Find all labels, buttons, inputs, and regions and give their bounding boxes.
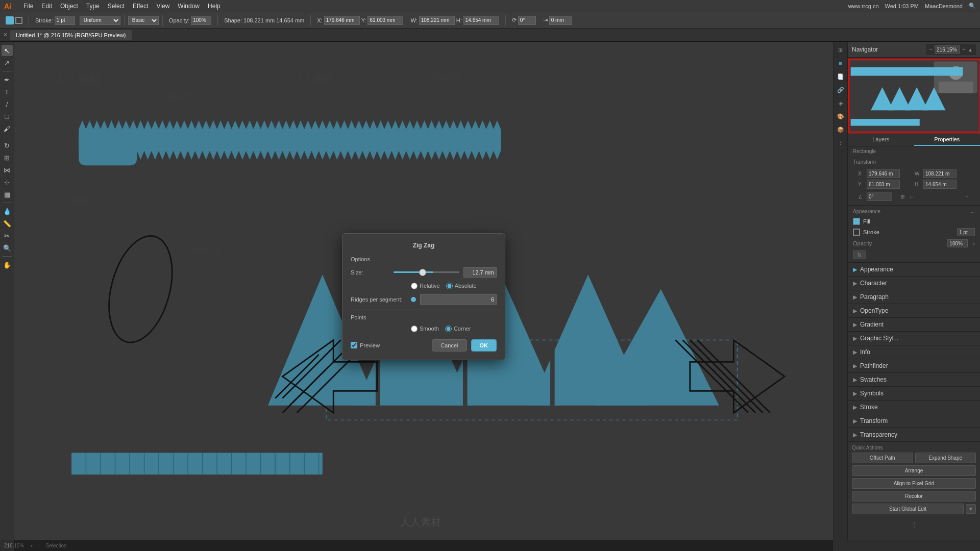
scale-tool[interactable]: ⊞ xyxy=(2,152,13,163)
opacity-expand-icon[interactable]: › xyxy=(973,240,975,246)
ok-button[interactable]: OK xyxy=(471,339,497,352)
menu-select[interactable]: Select xyxy=(108,3,125,10)
close-tab-icon[interactable]: ✕ xyxy=(3,32,8,38)
zoom-reset-icon[interactable]: ▲ xyxy=(968,47,973,53)
rect-tool[interactable]: □ xyxy=(2,111,13,122)
fill-swatch[interactable] xyxy=(853,218,860,225)
blend-tool[interactable]: ⋈ xyxy=(2,164,13,176)
w-input[interactable] xyxy=(419,16,455,25)
opacity-input[interactable] xyxy=(191,16,211,25)
y-transform-input[interactable] xyxy=(867,180,900,189)
libraries-nav-icon[interactable]: 🔗 xyxy=(835,84,847,96)
menu-type[interactable]: Type xyxy=(86,3,100,10)
nav-zoom-input[interactable] xyxy=(935,45,960,54)
preview-checkbox-label[interactable]: Preview xyxy=(351,342,380,348)
document-tab[interactable]: Untitled-1* @ 216.15% (RGB/GPU Preview) xyxy=(10,30,132,40)
menu-view[interactable]: View xyxy=(157,3,170,10)
transform-more-icon[interactable]: ··· xyxy=(966,194,970,199)
menu-edit[interactable]: Edit xyxy=(41,3,52,10)
w-transform-input[interactable] xyxy=(923,169,957,178)
x-transform-input[interactable] xyxy=(867,169,900,178)
preview-checkbox[interactable] xyxy=(351,342,357,348)
h-transform-input[interactable] xyxy=(923,180,957,189)
flip-icon[interactable]: ↔ xyxy=(909,194,914,199)
ridges-input[interactable] xyxy=(420,294,497,305)
measure-tool[interactable]: 📏 xyxy=(2,218,13,229)
zoom-tool[interactable]: 🔍 xyxy=(2,242,13,254)
brush-type-select[interactable]: Basic xyxy=(128,16,159,25)
absolute-radio[interactable]: Absolute xyxy=(446,283,477,289)
symbols-panel-header[interactable]: ▶ Symbols xyxy=(848,387,980,400)
rotate-tool[interactable]: ↻ xyxy=(2,140,13,151)
paragraph-panel-header[interactable]: ▶ Paragraph xyxy=(848,290,980,304)
selection-tool[interactable]: ↖ xyxy=(2,45,13,56)
menu-help[interactable]: Help xyxy=(208,3,220,10)
search-icon[interactable]: 🔍 xyxy=(969,3,976,9)
menu-window[interactable]: Window xyxy=(178,3,200,10)
stroke-val-input[interactable] xyxy=(957,228,975,236)
opacity-val-input[interactable] xyxy=(947,239,968,247)
transparency-panel-header[interactable]: ▶ Transparency xyxy=(848,428,980,442)
line-tool[interactable]: / xyxy=(2,98,13,110)
y-input[interactable] xyxy=(368,16,403,25)
stroke-swatch-panel[interactable] xyxy=(853,229,860,236)
gradient-tool[interactable]: ▦ xyxy=(2,189,13,200)
stroke-swatch[interactable] xyxy=(15,17,22,24)
more-panels-icon[interactable]: ⋮ xyxy=(835,137,847,149)
pathfinder-panel-header[interactable]: ▶ Pathfinder xyxy=(848,359,980,373)
layers-nav-icon[interactable]: 📑 xyxy=(835,70,847,83)
stroke-panel-header[interactable]: ▶ Stroke xyxy=(848,400,980,414)
graphic-styles-nav-icon[interactable]: 🎨 xyxy=(835,110,847,122)
angle-input[interactable] xyxy=(867,192,892,201)
align-pixel-button[interactable]: Align to Pixel Grid xyxy=(852,478,976,489)
properties-tab[interactable]: Properties xyxy=(914,134,981,146)
zoom-in-button[interactable]: + xyxy=(962,46,966,53)
direct-selection-tool[interactable]: ↗ xyxy=(2,57,13,68)
global-edit-button[interactable]: Start Global Edit xyxy=(852,504,964,514)
offset-path-button[interactable]: Offset Path xyxy=(852,453,913,463)
navigator-preview[interactable] xyxy=(848,58,980,134)
navigator-nav-icon[interactable]: ⊞ xyxy=(835,44,847,56)
menu-effect[interactable]: Effect xyxy=(133,3,148,10)
fill-color-swatch[interactable] xyxy=(6,16,14,24)
fx-button[interactable]: fx xyxy=(853,251,866,259)
size-input[interactable] xyxy=(463,267,497,278)
cancel-button[interactable]: Cancel xyxy=(432,339,467,352)
hand-tool[interactable]: ✋ xyxy=(2,259,13,270)
global-edit-dropdown[interactable]: ▾ xyxy=(966,504,976,514)
assets-nav-icon[interactable]: 📦 xyxy=(835,123,847,136)
smooth-radio[interactable]: Smooth xyxy=(411,325,439,332)
recolor-button[interactable]: Recolor xyxy=(852,491,976,502)
size-slider[interactable] xyxy=(394,271,459,273)
mesh-tool[interactable]: ⊹ xyxy=(2,177,13,188)
rotation-input[interactable] xyxy=(518,16,536,25)
menu-object[interactable]: Object xyxy=(60,3,78,10)
menu-file[interactable]: File xyxy=(23,3,33,10)
transform-panel-header[interactable]: ▶ Transform xyxy=(848,414,980,428)
stroke-input[interactable] xyxy=(55,16,75,25)
appearance-more-icon[interactable]: ··· xyxy=(971,210,975,215)
character-panel-header[interactable]: ▶ Character xyxy=(848,277,980,290)
properties-nav-icon[interactable]: ≡ xyxy=(835,57,847,69)
symbols-nav-icon[interactable]: ◈ xyxy=(835,97,847,109)
appearance-panel-header[interactable]: ▶ Appearance xyxy=(848,263,980,277)
arrange-button[interactable]: Arrange xyxy=(852,465,976,476)
layers-tab[interactable]: Layers xyxy=(848,134,914,146)
relative-radio[interactable]: Relative xyxy=(411,283,440,289)
h-input[interactable] xyxy=(463,16,499,25)
constrain-icon[interactable]: ⊞ xyxy=(900,194,904,199)
eyedropper-tool[interactable]: 💧 xyxy=(2,206,13,217)
info-panel-header[interactable]: ▶ Info xyxy=(848,345,980,359)
type-tool[interactable]: T xyxy=(2,86,13,97)
corner-radio[interactable]: Corner xyxy=(445,325,471,332)
graphic-styles-panel-header[interactable]: ▶ Graphic Styl... xyxy=(848,332,980,345)
gradient-panel-header[interactable]: ▶ Gradient xyxy=(848,318,980,332)
x-input[interactable] xyxy=(324,16,360,25)
pen-tool[interactable]: ✒ xyxy=(2,74,13,85)
zoom-out-button[interactable]: − xyxy=(929,46,933,53)
scissors-tool[interactable]: ✂ xyxy=(2,230,13,241)
expand-shape-button[interactable]: Expand Shape xyxy=(915,453,976,463)
canvas-area[interactable]: 人人素材 RRCG 人人素材 RRCG RRCG 人人素材 RRCG 人人素材 … xyxy=(14,42,833,551)
swatches-panel-header[interactable]: ▶ Swatches xyxy=(848,373,980,387)
brush-tool[interactable]: 🖌 xyxy=(2,123,13,134)
